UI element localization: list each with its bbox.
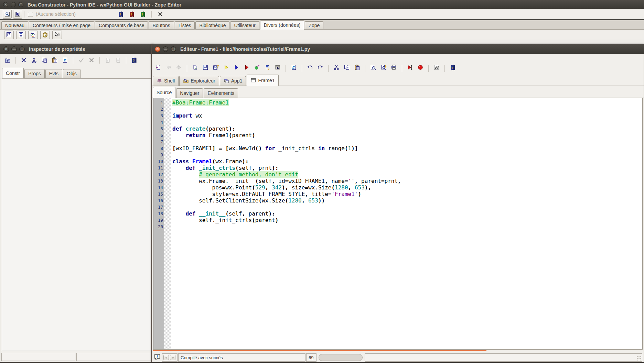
pointer-frame-icon[interactable] xyxy=(13,10,22,19)
tab-label: Constr xyxy=(6,70,20,76)
paste-icon[interactable] xyxy=(353,63,362,72)
listbox-icon[interactable] xyxy=(16,31,26,39)
help-book-blue-icon[interactable]: ? xyxy=(116,10,125,19)
selection-combo[interactable]: (Aucune sélection) xyxy=(36,11,100,17)
run-to-cursor-icon[interactable] xyxy=(406,63,415,72)
tab-shell[interactable]: Shell xyxy=(153,76,179,86)
tab-listes[interactable]: Listes xyxy=(175,21,195,29)
minimize-window-icon[interactable]: — xyxy=(11,2,16,7)
horizontal-scrollbar-thumb[interactable] xyxy=(153,350,486,351)
minimize-window-icon[interactable]: — xyxy=(11,46,17,52)
inspector-content-panel[interactable] xyxy=(2,78,152,351)
redo-icon[interactable] xyxy=(316,63,325,72)
tab-frame1[interactable]: Frame1 xyxy=(247,75,278,86)
help-icon[interactable]: ? xyxy=(130,56,139,65)
tab-divers-donn-es[interactable]: Divers (données) xyxy=(260,20,304,30)
close-page-icon[interactable] xyxy=(154,63,163,72)
busy-cursor-icon[interactable] xyxy=(52,31,62,39)
tab-props[interactable]: Props xyxy=(24,69,45,78)
inspector-tab-bar: ConstrPropsEvtsObjs xyxy=(0,67,153,78)
line-number: 10 xyxy=(153,158,163,165)
status-next-button[interactable] xyxy=(170,355,175,360)
cut-item-icon[interactable] xyxy=(30,56,39,65)
tab-composants-de-base[interactable]: Composants de base xyxy=(95,21,148,29)
save-icon[interactable] xyxy=(201,63,210,72)
name-post-icon[interactable] xyxy=(3,56,12,65)
cut-icon[interactable] xyxy=(332,63,341,72)
svg-text:i: i xyxy=(157,354,158,359)
tab-app1[interactable]: App1 xyxy=(220,76,246,86)
undo-icon[interactable] xyxy=(305,63,314,72)
tab-objs[interactable]: Objs xyxy=(63,69,80,78)
delete-icon[interactable] xyxy=(19,56,28,65)
editor-tab-bar: ShellExplorateurApp1Frame1 xyxy=(152,74,644,86)
main-window-title: Boa Constructor - Python IDE - wxPython … xyxy=(28,2,181,8)
tab-evts[interactable]: Evts xyxy=(45,69,62,78)
breakpoint-icon[interactable] xyxy=(416,63,425,72)
editor-list-icon[interactable] xyxy=(4,31,14,39)
copy-icon[interactable] xyxy=(342,63,351,72)
tab-label: App1 xyxy=(231,76,243,86)
toolbar-separator xyxy=(302,65,302,72)
help-icon[interactable]: ? xyxy=(448,63,457,72)
recreate-icon[interactable] xyxy=(61,56,69,65)
maximize-window-icon[interactable]: ▢ xyxy=(171,46,176,52)
svg-text:?: ? xyxy=(119,13,121,16)
run-module-icon[interactable] xyxy=(242,63,251,72)
selection-checkbox[interactable] xyxy=(28,12,33,17)
save-as-icon[interactable]: ? xyxy=(211,63,220,72)
status-info-icon[interactable]: i xyxy=(153,353,162,362)
code-editor[interactable]: 1234567891011121314151617181920 #Boa:Fra… xyxy=(153,98,643,350)
close-window-icon[interactable]: ✕ xyxy=(3,46,9,52)
maximize-window-icon[interactable]: ▢ xyxy=(18,2,23,7)
source-tab-bar: SourceNaviguerEvénements xyxy=(152,86,644,98)
image-list-icon[interactable] xyxy=(28,31,38,39)
forward-icon xyxy=(174,63,183,72)
svg-text:?: ? xyxy=(451,66,453,69)
run-application-icon[interactable] xyxy=(232,63,241,72)
tab-zope[interactable]: Zope xyxy=(305,21,323,29)
help-book-green-icon[interactable]: ? xyxy=(138,10,147,19)
find-again-icon[interactable] xyxy=(379,63,388,72)
resize-grip-icon[interactable] xyxy=(636,356,641,361)
check-source-icon[interactable] xyxy=(222,63,230,72)
tab-nouveau[interactable]: Nouveau xyxy=(1,21,28,29)
editor-pane-divider[interactable] xyxy=(450,98,450,349)
tab-explorateur[interactable]: Explorateur xyxy=(179,76,219,86)
debug-flag-icon[interactable]: ? xyxy=(263,63,272,72)
close-window-icon[interactable]: ✕ xyxy=(3,2,8,7)
close-icon[interactable] xyxy=(156,10,165,19)
copy-item-icon[interactable] xyxy=(40,56,49,65)
line-number: 19 xyxy=(153,217,163,223)
close-window-icon[interactable]: ✕ xyxy=(155,46,160,52)
todo-list-icon[interactable] xyxy=(432,63,441,72)
tab-conteneurs-mise-en-page[interactable]: Conteneurs / mise en page xyxy=(29,21,94,29)
debug-icon[interactable] xyxy=(253,63,261,72)
status-prev-button[interactable] xyxy=(163,355,169,360)
timer-icon[interactable] xyxy=(40,31,50,39)
inspector-titlebar: ✕ — ▢ Inspecteur de propriétés xyxy=(0,44,153,54)
find-icon[interactable] xyxy=(369,63,378,72)
code-line: self.SetClientSize(wx.Size(1280, 653)) xyxy=(172,197,446,204)
reload-icon[interactable] xyxy=(289,63,298,72)
tab-boutons[interactable]: Boutons xyxy=(149,21,174,29)
toolbar-separator xyxy=(15,57,16,64)
help-book-red-icon[interactable]: ? xyxy=(127,10,136,19)
paste-item-icon[interactable] xyxy=(50,56,59,65)
tab-source[interactable]: Source xyxy=(153,87,175,98)
tab-biblioth-que[interactable]: Bibliothèque xyxy=(195,21,229,29)
code-line xyxy=(172,223,446,230)
svg-text:?: ? xyxy=(133,59,135,62)
attach-window-icon[interactable] xyxy=(273,63,282,72)
tab-utilisateur[interactable]: Utilisateur xyxy=(230,21,259,29)
tab-ev-nements[interactable]: Evénements xyxy=(204,88,238,98)
tab-naviguer[interactable]: Naviguer xyxy=(176,88,203,98)
minimize-window-icon[interactable]: — xyxy=(163,46,168,52)
tab-constr[interactable]: Constr xyxy=(2,68,24,78)
open-icon[interactable] xyxy=(191,63,200,72)
line-number: 4 xyxy=(153,119,163,125)
print-icon[interactable] xyxy=(389,63,398,72)
toolbar-separator xyxy=(24,11,24,18)
maximize-window-icon[interactable]: ▢ xyxy=(19,46,25,52)
inspect-frame-icon[interactable] xyxy=(3,10,12,19)
